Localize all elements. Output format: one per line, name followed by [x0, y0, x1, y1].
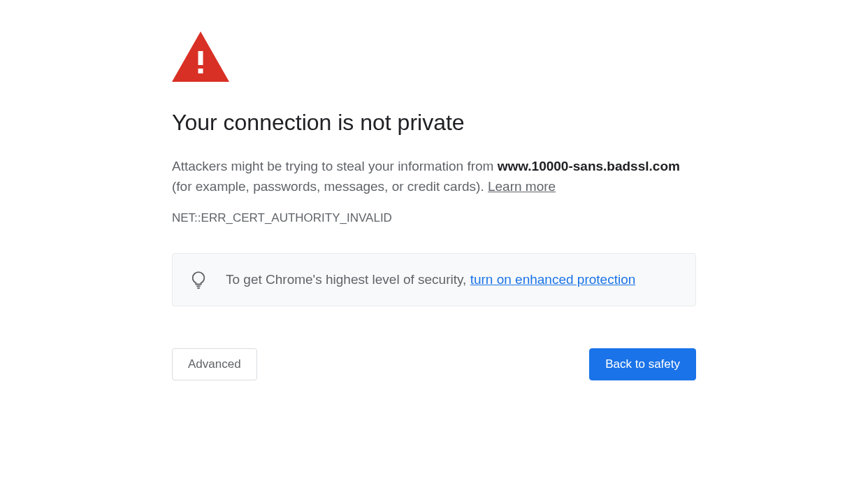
enhanced-protection-link[interactable]: turn on enhanced protection: [470, 272, 636, 287]
warning-icon: [172, 31, 229, 82]
ssl-error-container: Your connection is not private Attackers…: [172, 0, 696, 380]
warning-body-text: Attackers might be trying to steal your …: [172, 156, 696, 197]
info-text: To get Chrome's highest level of securit…: [226, 269, 635, 290]
svg-rect-2: [198, 69, 203, 73]
enhanced-protection-info-box: To get Chrome's highest level of securit…: [172, 253, 696, 306]
page-heading: Your connection is not private: [172, 108, 696, 136]
back-to-safety-button[interactable]: Back to safety: [589, 348, 696, 380]
learn-more-link[interactable]: Learn more: [488, 179, 556, 194]
advanced-button[interactable]: Advanced: [172, 348, 257, 380]
body-prefix: Attackers might be trying to steal your …: [172, 159, 498, 173]
lightbulb-icon: [191, 271, 206, 290]
info-text-prefix: To get Chrome's highest level of securit…: [226, 272, 470, 287]
body-suffix: (for example, passwords, messages, or cr…: [172, 179, 488, 194]
svg-rect-1: [198, 51, 203, 65]
error-code: NET::ERR_CERT_AUTHORITY_INVALID: [172, 211, 696, 225]
button-row: Advanced Back to safety: [172, 348, 696, 380]
body-domain: www.10000-sans.badssl.com: [498, 159, 680, 173]
